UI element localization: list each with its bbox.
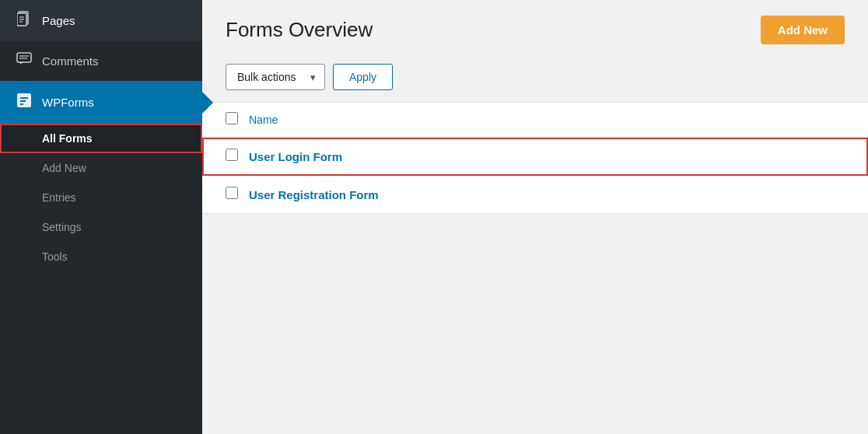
sidebar-item-all-forms-label: All Forms: [42, 132, 93, 145]
sidebar-item-entries[interactable]: Entries: [0, 183, 202, 212]
sidebar: Pages Comments WPForms All Form: [0, 0, 202, 434]
main-content: Forms Overview Add New Bulk actions Dele…: [202, 0, 868, 434]
form-link-2[interactable]: User Registration Form: [249, 188, 379, 201]
toolbar: Bulk actions Delete Duplicate Apply: [202, 56, 868, 102]
sidebar-item-tools-label: Tools: [42, 250, 68, 263]
sidebar-item-comments[interactable]: Comments: [0, 41, 202, 81]
row-checkbox-wrapper-2[interactable]: [226, 187, 249, 202]
select-all-checkbox-wrapper[interactable]: [226, 112, 249, 128]
form-name-2: User Registration Form: [249, 188, 845, 201]
sidebar-item-tools[interactable]: Tools: [0, 242, 202, 271]
wpforms-icon: [16, 92, 33, 113]
column-header-name[interactable]: Name: [249, 114, 845, 126]
sidebar-item-settings-label: Settings: [42, 221, 82, 233]
table-row: User Login Form: [202, 138, 868, 176]
sidebar-item-settings[interactable]: Settings: [0, 212, 202, 242]
page-title: Forms Overview: [226, 18, 745, 42]
sidebar-item-wpforms-label: WPForms: [42, 96, 94, 109]
select-all-checkbox[interactable]: [226, 112, 238, 124]
main-header: Forms Overview Add New: [202, 0, 868, 56]
pages-icon: [16, 11, 33, 30]
form-name-1: User Login Form: [249, 150, 845, 163]
sidebar-item-add-new[interactable]: Add New: [0, 153, 202, 183]
sidebar-item-all-forms[interactable]: All Forms: [0, 124, 202, 153]
sidebar-item-pages-label: Pages: [42, 14, 75, 27]
row-checkbox-1[interactable]: [226, 149, 238, 161]
comments-icon: [16, 52, 33, 70]
sidebar-item-entries-label: Entries: [42, 191, 76, 204]
sidebar-item-pages[interactable]: Pages: [0, 0, 202, 41]
svg-rect-5: [17, 53, 31, 62]
add-new-button[interactable]: Add New: [761, 16, 845, 44]
table-header-row: Name: [202, 103, 868, 138]
bulk-actions-select[interactable]: Bulk actions Delete Duplicate: [226, 64, 325, 90]
form-link-1[interactable]: User Login Form: [249, 150, 342, 163]
table-row: User Registration Form: [202, 176, 868, 214]
forms-table: Name User Login Form User Registration F…: [202, 102, 868, 214]
apply-button[interactable]: Apply: [333, 64, 393, 90]
submenu: All Forms Add New Entries Settings Tools: [0, 124, 202, 271]
sidebar-item-comments-label: Comments: [42, 54, 99, 68]
sidebar-item-add-new-label: Add New: [42, 162, 86, 174]
row-checkbox-wrapper-1[interactable]: [226, 149, 249, 164]
row-checkbox-2[interactable]: [226, 187, 238, 199]
sidebar-item-wpforms[interactable]: WPForms: [0, 81, 202, 124]
bulk-actions-wrapper: Bulk actions Delete Duplicate: [226, 64, 325, 90]
